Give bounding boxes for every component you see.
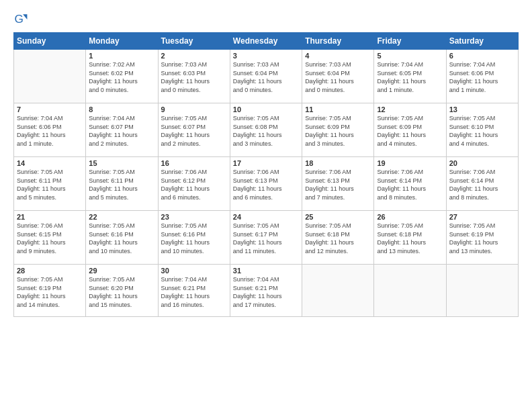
day-number: 13 xyxy=(449,105,515,113)
day-info: Sunrise: 7:03 AM Sunset: 6:03 PM Dayligh… xyxy=(161,60,227,94)
day-number: 6 xyxy=(449,52,515,60)
calendar-cell: 6Sunrise: 7:04 AM Sunset: 6:06 PM Daylig… xyxy=(446,50,518,103)
day-number: 5 xyxy=(377,52,443,60)
day-info: Sunrise: 7:05 AM Sunset: 6:17 PM Dayligh… xyxy=(233,222,299,255)
day-info: Sunrise: 7:05 AM Sunset: 6:20 PM Dayligh… xyxy=(89,275,154,309)
calendar-cell xyxy=(14,50,86,103)
weekday-header: Thursday xyxy=(302,33,374,50)
calendar-cell: 17Sunrise: 7:06 AM Sunset: 6:13 PM Dayli… xyxy=(230,157,302,211)
calendar-cell: 16Sunrise: 7:06 AM Sunset: 6:12 PM Dayli… xyxy=(158,157,230,211)
day-number: 19 xyxy=(377,159,443,167)
day-info: Sunrise: 7:05 AM Sunset: 6:18 PM Dayligh… xyxy=(305,222,371,255)
logo: G xyxy=(13,12,31,27)
day-info: Sunrise: 7:04 AM Sunset: 6:06 PM Dayligh… xyxy=(17,114,83,148)
weekday-header: Friday xyxy=(374,33,446,50)
day-info: Sunrise: 7:04 AM Sunset: 6:05 PM Dayligh… xyxy=(377,60,443,94)
weekday-header: Saturday xyxy=(446,33,518,50)
calendar-cell: 11Sunrise: 7:05 AM Sunset: 6:09 PM Dayli… xyxy=(302,103,374,157)
day-info: Sunrise: 7:06 AM Sunset: 6:13 PM Dayligh… xyxy=(305,168,371,201)
calendar-cell: 18Sunrise: 7:06 AM Sunset: 6:13 PM Dayli… xyxy=(302,157,374,211)
day-info: Sunrise: 7:06 AM Sunset: 6:12 PM Dayligh… xyxy=(161,168,227,201)
day-info: Sunrise: 7:05 AM Sunset: 6:18 PM Dayligh… xyxy=(377,222,443,255)
day-info: Sunrise: 7:05 AM Sunset: 6:11 PM Dayligh… xyxy=(89,168,154,201)
weekday-header: Tuesday xyxy=(158,33,230,50)
calendar-cell: 21Sunrise: 7:06 AM Sunset: 6:15 PM Dayli… xyxy=(14,211,86,265)
day-number: 23 xyxy=(161,213,227,221)
calendar-cell xyxy=(446,265,518,317)
calendar-cell: 20Sunrise: 7:06 AM Sunset: 6:14 PM Dayli… xyxy=(446,157,518,211)
calendar-cell xyxy=(302,265,374,317)
weekday-header: Sunday xyxy=(14,33,86,50)
day-number: 17 xyxy=(233,159,299,167)
day-info: Sunrise: 7:05 AM Sunset: 6:19 PM Dayligh… xyxy=(449,222,515,255)
calendar-cell: 1Sunrise: 7:02 AM Sunset: 6:02 PM Daylig… xyxy=(86,50,158,103)
day-number: 9 xyxy=(161,105,227,113)
calendar-cell: 4Sunrise: 7:03 AM Sunset: 6:04 PM Daylig… xyxy=(302,50,374,103)
day-info: Sunrise: 7:05 AM Sunset: 6:19 PM Dayligh… xyxy=(17,275,83,309)
day-info: Sunrise: 7:05 AM Sunset: 6:09 PM Dayligh… xyxy=(377,114,443,148)
day-info: Sunrise: 7:03 AM Sunset: 6:04 PM Dayligh… xyxy=(233,60,299,94)
day-number: 3 xyxy=(233,52,299,60)
logo-icon: G xyxy=(13,12,28,27)
day-info: Sunrise: 7:05 AM Sunset: 6:07 PM Dayligh… xyxy=(161,114,227,148)
day-info: Sunrise: 7:05 AM Sunset: 6:08 PM Dayligh… xyxy=(233,114,299,148)
calendar-cell: 19Sunrise: 7:06 AM Sunset: 6:14 PM Dayli… xyxy=(374,157,446,211)
calendar-cell: 12Sunrise: 7:05 AM Sunset: 6:09 PM Dayli… xyxy=(374,103,446,157)
day-number: 27 xyxy=(449,213,515,221)
day-info: Sunrise: 7:04 AM Sunset: 6:07 PM Dayligh… xyxy=(89,114,154,148)
day-number: 12 xyxy=(377,105,443,113)
day-number: 20 xyxy=(449,159,515,167)
day-number: 28 xyxy=(17,267,83,275)
day-info: Sunrise: 7:04 AM Sunset: 6:06 PM Dayligh… xyxy=(449,60,515,94)
day-info: Sunrise: 7:06 AM Sunset: 6:14 PM Dayligh… xyxy=(449,168,515,201)
day-number: 10 xyxy=(233,105,299,113)
calendar-cell: 9Sunrise: 7:05 AM Sunset: 6:07 PM Daylig… xyxy=(158,103,230,157)
day-number: 18 xyxy=(305,159,371,167)
day-number: 11 xyxy=(305,105,371,113)
day-number: 26 xyxy=(377,213,443,221)
day-info: Sunrise: 7:03 AM Sunset: 6:04 PM Dayligh… xyxy=(305,60,371,94)
day-info: Sunrise: 7:05 AM Sunset: 6:16 PM Dayligh… xyxy=(89,222,154,255)
day-info: Sunrise: 7:04 AM Sunset: 6:21 PM Dayligh… xyxy=(233,275,299,309)
calendar-cell: 24Sunrise: 7:05 AM Sunset: 6:17 PM Dayli… xyxy=(230,211,302,265)
day-number: 21 xyxy=(17,213,83,221)
calendar-cell: 28Sunrise: 7:05 AM Sunset: 6:19 PM Dayli… xyxy=(14,265,86,317)
calendar-cell: 22Sunrise: 7:05 AM Sunset: 6:16 PM Dayli… xyxy=(86,211,158,265)
day-number: 8 xyxy=(89,105,154,113)
day-number: 24 xyxy=(233,213,299,221)
calendar-cell: 2Sunrise: 7:03 AM Sunset: 6:03 PM Daylig… xyxy=(158,50,230,103)
day-number: 15 xyxy=(89,159,154,167)
calendar-cell: 3Sunrise: 7:03 AM Sunset: 6:04 PM Daylig… xyxy=(230,50,302,103)
calendar-cell: 15Sunrise: 7:05 AM Sunset: 6:11 PM Dayli… xyxy=(86,157,158,211)
day-info: Sunrise: 7:05 AM Sunset: 6:09 PM Dayligh… xyxy=(305,114,371,148)
day-number: 29 xyxy=(89,267,154,275)
day-info: Sunrise: 7:02 AM Sunset: 6:02 PM Dayligh… xyxy=(89,60,154,94)
day-number: 1 xyxy=(89,52,154,60)
day-number: 25 xyxy=(305,213,371,221)
calendar-cell: 5Sunrise: 7:04 AM Sunset: 6:05 PM Daylig… xyxy=(374,50,446,103)
day-info: Sunrise: 7:05 AM Sunset: 6:11 PM Dayligh… xyxy=(17,168,83,201)
svg-text:G: G xyxy=(15,12,24,26)
day-number: 31 xyxy=(233,267,299,275)
calendar-cell: 10Sunrise: 7:05 AM Sunset: 6:08 PM Dayli… xyxy=(230,103,302,157)
day-info: Sunrise: 7:04 AM Sunset: 6:21 PM Dayligh… xyxy=(161,275,227,309)
calendar-cell: 14Sunrise: 7:05 AM Sunset: 6:11 PM Dayli… xyxy=(14,157,86,211)
day-info: Sunrise: 7:06 AM Sunset: 6:15 PM Dayligh… xyxy=(17,222,83,255)
day-number: 2 xyxy=(161,52,227,60)
svg-marker-1 xyxy=(23,14,27,19)
calendar-cell: 8Sunrise: 7:04 AM Sunset: 6:07 PM Daylig… xyxy=(86,103,158,157)
day-info: Sunrise: 7:06 AM Sunset: 6:13 PM Dayligh… xyxy=(233,168,299,201)
day-info: Sunrise: 7:05 AM Sunset: 6:16 PM Dayligh… xyxy=(161,222,227,255)
day-number: 14 xyxy=(17,159,83,167)
day-number: 7 xyxy=(17,105,83,113)
calendar-cell: 30Sunrise: 7:04 AM Sunset: 6:21 PM Dayli… xyxy=(158,265,230,317)
calendar-cell: 26Sunrise: 7:05 AM Sunset: 6:18 PM Dayli… xyxy=(374,211,446,265)
calendar-cell: 27Sunrise: 7:05 AM Sunset: 6:19 PM Dayli… xyxy=(446,211,518,265)
calendar-cell xyxy=(374,265,446,317)
calendar-cell: 29Sunrise: 7:05 AM Sunset: 6:20 PM Dayli… xyxy=(86,265,158,317)
day-info: Sunrise: 7:05 AM Sunset: 6:10 PM Dayligh… xyxy=(449,114,515,148)
day-number: 16 xyxy=(161,159,227,167)
calendar-cell: 7Sunrise: 7:04 AM Sunset: 6:06 PM Daylig… xyxy=(14,103,86,157)
day-number: 22 xyxy=(89,213,154,221)
calendar-cell: 13Sunrise: 7:05 AM Sunset: 6:10 PM Dayli… xyxy=(446,103,518,157)
